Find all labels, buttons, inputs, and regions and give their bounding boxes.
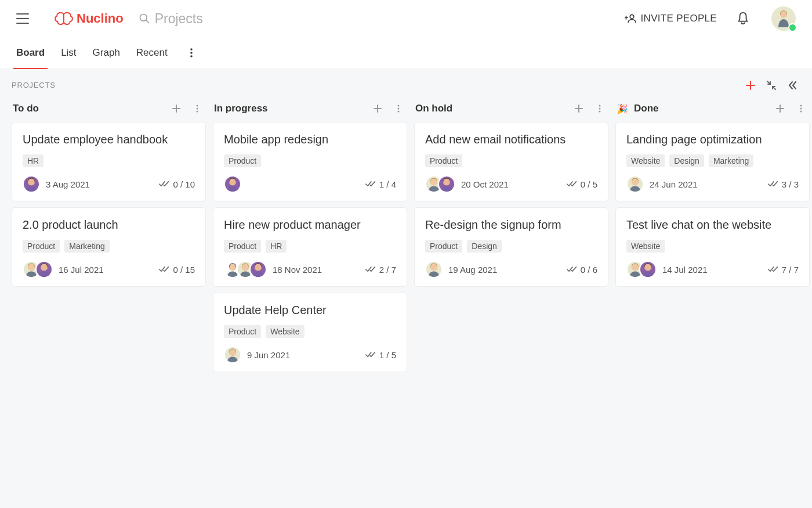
card-footer: 14 Jul 2021 7 / 7 <box>626 261 799 278</box>
tasks-icon <box>768 180 778 188</box>
assignee-avatar <box>438 175 455 193</box>
hide-panel-button[interactable] <box>784 77 800 93</box>
assignee-avatars <box>425 261 443 278</box>
assignee-avatar <box>23 175 40 193</box>
tab-board[interactable]: Board <box>16 37 45 69</box>
card-date: 18 Nov 2021 <box>273 265 322 275</box>
board-card[interactable]: Re-design the signup form ProductDesign … <box>414 207 608 287</box>
board-card[interactable]: 2.0 product launch ProductMarketing 16 J… <box>12 207 206 287</box>
card-tags: ProductHR <box>224 240 396 253</box>
card-date: 19 Aug 2021 <box>448 265 497 275</box>
notifications-button[interactable] <box>737 12 749 26</box>
card-task-count: 0 / 10 <box>159 179 195 189</box>
assignee-avatars <box>224 346 241 363</box>
dots-vertical-icon <box>186 48 197 58</box>
column-menu-button[interactable] <box>793 101 809 116</box>
svg-point-8 <box>190 55 193 57</box>
add-item-button[interactable] <box>742 77 759 93</box>
tasks-icon <box>365 265 376 273</box>
column-header: In progress <box>213 101 407 122</box>
board-columns: To do Update employee handbook HR 3 Aug … <box>12 101 800 378</box>
card-footer: 19 Aug 2021 0 / 6 <box>425 261 597 278</box>
column-menu-button[interactable] <box>190 101 205 116</box>
card-task-count: 1 / 4 <box>365 179 396 189</box>
svg-point-54 <box>800 111 802 113</box>
brand-logo[interactable]: Nuclino <box>55 11 124 26</box>
search-field[interactable] <box>139 11 271 27</box>
svg-point-52 <box>800 105 802 107</box>
dots-vertical-icon <box>193 104 202 113</box>
tasks-icon <box>159 265 169 273</box>
view-more-menu[interactable] <box>184 45 199 60</box>
svg-point-27 <box>398 108 400 110</box>
card-task-count: 0 / 6 <box>567 265 597 275</box>
board-column: In progress Mobile app redesign Product … <box>213 101 407 378</box>
tab-list[interactable]: List <box>61 37 76 69</box>
chevrons-left-icon <box>787 80 798 91</box>
card-footer: 20 Oct 2021 0 / 5 <box>425 175 597 193</box>
card-tag: Product <box>23 240 60 253</box>
dots-vertical-icon <box>595 104 604 113</box>
card-footer: 16 Jul 2021 0 / 15 <box>23 261 195 278</box>
card-title: Update Help Center <box>224 304 396 317</box>
tab-graph[interactable]: Graph <box>93 37 120 69</box>
breadcrumb: PROJECTS <box>12 81 56 89</box>
svg-point-17 <box>197 111 198 113</box>
tasks-icon <box>567 180 577 188</box>
board-card[interactable]: Update employee handbook HR 3 Aug 2021 0… <box>12 122 206 201</box>
column-add-button[interactable] <box>571 101 586 116</box>
dots-vertical-icon <box>796 104 806 113</box>
card-date: 16 Jul 2021 <box>59 265 104 275</box>
card-task-count: 7 / 7 <box>768 265 799 275</box>
avatar-icon <box>777 10 791 27</box>
search-input[interactable] <box>155 11 271 27</box>
svg-point-43 <box>599 111 601 113</box>
bell-icon <box>737 12 749 26</box>
column-menu-button[interactable] <box>391 101 406 116</box>
tab-recent[interactable]: Recent <box>136 37 168 69</box>
top-bar: Nuclino INVITE PEOPLE <box>0 0 812 37</box>
column-add-button[interactable] <box>370 101 385 116</box>
invite-person-icon <box>625 13 636 24</box>
board-card[interactable]: Landing page optimization WebsiteDesignM… <box>615 122 810 201</box>
board-card[interactable]: Mobile app redesign Product 1 / 4 <box>213 122 407 201</box>
svg-point-53 <box>800 108 802 110</box>
card-title: Landing page optimization <box>626 133 799 146</box>
svg-point-26 <box>398 105 400 107</box>
card-tags: ProductWebsite <box>224 325 396 338</box>
invite-label: INVITE PEOPLE <box>641 13 717 24</box>
column-menu-button[interactable] <box>592 101 607 116</box>
column-header: To do <box>12 101 206 122</box>
board-area: PROJECTS To do <box>0 69 812 508</box>
card-tag: Product <box>425 154 462 167</box>
card-footer: 9 Jun 2021 1 / 5 <box>224 346 396 363</box>
board-card[interactable]: Test live chat on the website Website 14… <box>615 207 810 287</box>
card-tag: Product <box>224 240 261 253</box>
assignee-avatar <box>626 175 644 193</box>
card-task-count: 1 / 5 <box>365 350 396 360</box>
card-tag: Design <box>669 154 704 167</box>
card-title: Update employee handbook <box>23 133 195 146</box>
board-column: 🎉 Done Landing page optimization Website… <box>615 101 810 378</box>
hamburger-menu-icon[interactable] <box>16 13 29 24</box>
svg-point-41 <box>599 105 601 107</box>
user-avatar[interactable] <box>771 6 796 31</box>
assignee-avatar <box>639 261 657 278</box>
board-card[interactable]: Add new email notifications Product 20 O… <box>414 122 608 201</box>
invite-people-button[interactable]: INVITE PEOPLE <box>625 13 717 24</box>
svg-point-15 <box>197 105 198 107</box>
card-tag: Marketing <box>709 154 753 167</box>
column-add-button[interactable] <box>169 101 184 116</box>
board-header: PROJECTS <box>12 69 800 101</box>
svg-point-5 <box>780 11 787 18</box>
column-add-button[interactable] <box>773 101 788 116</box>
board-card[interactable]: Hire new product manager ProductHR 18 No… <box>213 207 407 287</box>
collapse-button[interactable] <box>763 77 780 93</box>
brain-icon <box>55 12 73 26</box>
column-cards: Mobile app redesign Product 1 / 4 Hire n… <box>213 122 407 372</box>
board-card[interactable]: Update Help Center ProductWebsite 9 Jun … <box>213 293 407 372</box>
assignee-avatar <box>224 346 241 363</box>
card-tags: Product <box>425 154 597 167</box>
card-task-count: 3 / 3 <box>768 179 799 189</box>
assignee-avatar <box>425 261 443 278</box>
